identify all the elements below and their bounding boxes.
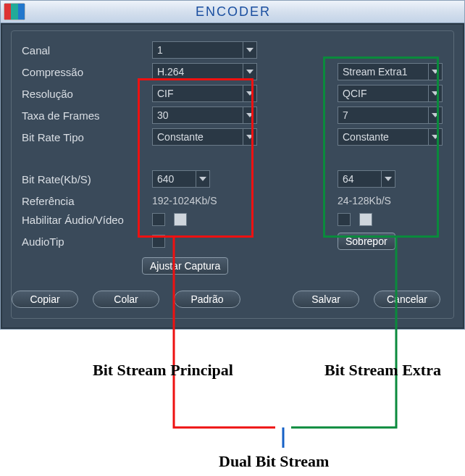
btn-colar[interactable]: Colar <box>93 291 159 308</box>
chevron-down-icon <box>428 85 442 101</box>
chevron-down-icon <box>428 64 442 80</box>
btn-padrao[interactable]: Padrão <box>174 291 240 308</box>
annot-dual: Dual Bit Stream <box>219 452 329 471</box>
chevron-down-icon <box>243 64 256 80</box>
label-taxa-frames: Taxa de Frames <box>22 109 100 122</box>
chevron-down-icon <box>243 107 256 123</box>
chevron-down-icon <box>196 171 209 187</box>
label-bitrate-tipo: Bit Rate Tipo <box>22 131 84 143</box>
select-fps-extra[interactable]: 7 <box>338 107 443 124</box>
chk-video-main[interactable] <box>152 213 165 226</box>
chevron-down-icon <box>428 129 442 145</box>
label-hab-av: Habilitar Áudio/Vídeo <box>22 214 124 226</box>
ref-extra: 24-128Kb/S <box>338 195 391 206</box>
chevron-down-icon <box>243 129 256 145</box>
select-resolucao-extra-value: QCIF <box>343 88 366 99</box>
label-resolucao: Resolução <box>22 88 73 100</box>
encoder-panel: Canal 1 Compressão H.264 Stream Extra1 <box>1 23 464 329</box>
select-fps-extra-value: 7 <box>343 109 348 121</box>
select-fps-main[interactable]: 30 <box>152 107 257 124</box>
select-compressao-value: H.264 <box>157 66 184 78</box>
select-bitrate-extra-value: 64 <box>343 173 354 185</box>
chevron-down-icon <box>243 85 256 101</box>
select-resolucao-main[interactable]: CIF <box>152 85 257 102</box>
label-audiotip: AudioTip <box>22 235 64 248</box>
select-stream-extra[interactable]: Stream Extra1 <box>338 63 443 80</box>
btn-copiar[interactable]: Copiar <box>12 291 78 308</box>
label-bitrate: Bit Rate(Kb/S) <box>22 173 91 185</box>
window-title: ENCODER <box>25 4 441 20</box>
chevron-down-icon <box>428 107 442 123</box>
chk-video-extra[interactable] <box>338 213 351 226</box>
select-compressao[interactable]: H.264 <box>152 63 257 80</box>
label-compressao: Compressão <box>22 66 83 78</box>
select-stream-extra-value: Stream Extra1 <box>343 66 407 78</box>
chk-audiotip[interactable] <box>152 235 165 248</box>
select-resolucao-extra[interactable]: QCIF <box>338 85 443 102</box>
annot-extra: Bit Stream Extra <box>324 361 441 380</box>
select-resolucao-main-value: CIF <box>157 88 174 99</box>
select-canal[interactable]: 1 <box>152 41 257 59</box>
btn-ajustar-captura[interactable]: Ajustar Captura <box>142 257 228 275</box>
btn-salvar[interactable]: Salvar <box>293 291 359 308</box>
select-brtype-main[interactable]: Constante <box>152 128 257 146</box>
titlebar: ENCODER <box>1 1 464 23</box>
select-brtype-main-value: Constante <box>157 131 204 143</box>
select-brtype-extra-value: Constante <box>343 131 389 143</box>
btn-sobrepor[interactable]: Sobrepor <box>338 233 395 250</box>
encoder-window: ENCODER Canal 1 Compressão H.264 <box>0 0 465 330</box>
ref-main: 192-1024Kb/S <box>152 195 217 206</box>
select-bitrate-main[interactable]: 640 <box>152 170 210 188</box>
select-canal-value: 1 <box>157 44 163 56</box>
chevron-down-icon <box>381 171 395 187</box>
app-icon <box>4 3 25 20</box>
select-bitrate-extra[interactable]: 64 <box>338 170 395 188</box>
select-brtype-extra[interactable]: Constante <box>338 128 443 146</box>
label-canal: Canal <box>22 44 50 57</box>
select-bitrate-main-value: 640 <box>157 173 174 185</box>
label-referencia: Referência <box>22 195 75 207</box>
chk-audio-main[interactable] <box>174 213 187 226</box>
btn-cancelar[interactable]: Cancelar <box>374 291 440 308</box>
annot-principal: Bit Stream Principal <box>93 361 233 380</box>
chk-audio-extra[interactable] <box>359 213 372 226</box>
select-fps-main-value: 30 <box>157 109 169 121</box>
form-area: Canal 1 Compressão H.264 Stream Extra1 <box>11 30 454 319</box>
chevron-down-icon <box>243 42 256 58</box>
